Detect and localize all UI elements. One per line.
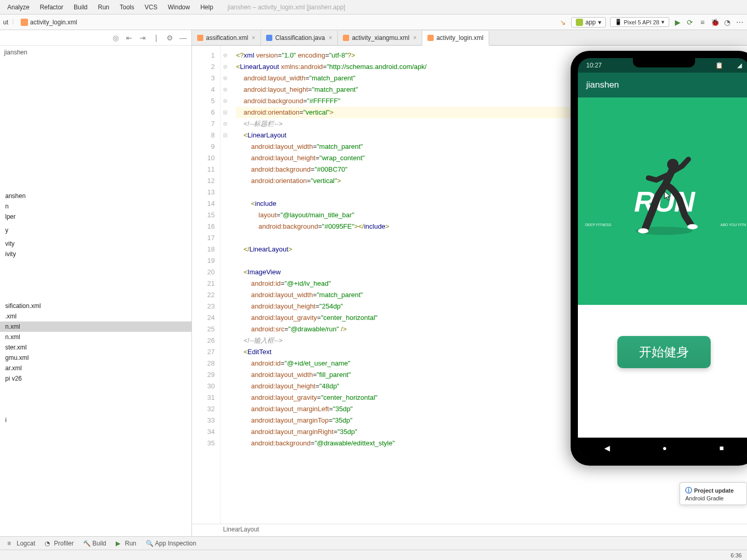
run-config-label: app	[585, 19, 596, 26]
expand-icon[interactable]: ⇥	[139, 34, 147, 42]
cursor-icon	[664, 191, 671, 201]
bottom-app-inspection[interactable]: 🔍App Inspection	[146, 540, 196, 547]
collapse-icon[interactable]: ⇤	[125, 34, 133, 42]
emu-time: 10:27	[586, 62, 602, 69]
emu-app-title: jianshen	[586, 80, 619, 90]
tab[interactable]: Classification.java×	[261, 31, 338, 45]
phone-icon: 📱	[615, 19, 622, 25]
main-split: ◎ ⇤ ⇥ | ⚙ — jianshen anshen n lper y vit…	[0, 30, 747, 536]
device-notch	[633, 58, 695, 67]
tree-item[interactable]: ar.xml	[0, 363, 191, 373]
tree-item[interactable]: pi v26	[0, 373, 191, 384]
project-tree[interactable]: anshen n lper y vity ivity sification.xm…	[0, 59, 191, 536]
bottom-label: Run	[125, 540, 136, 547]
notification-popup[interactable]: ⓘProject update Android Gradle	[680, 482, 747, 505]
menu-run[interactable]: Run	[93, 2, 115, 13]
dropdown-icon: ▾	[661, 19, 665, 25]
tree-item[interactable]: .xml	[0, 311, 191, 321]
bottom-label: Build	[92, 540, 106, 547]
hero-small-left: DEEP FITNESS	[585, 223, 611, 227]
bottom-tool-bar: ≡Logcat ◔Profiler 🔨Build ▶Run 🔍App Inspe…	[0, 536, 747, 550]
close-icon[interactable]: ×	[328, 34, 332, 41]
tree-item[interactable]: i	[0, 415, 191, 425]
tree-item[interactable]: n.xml	[0, 332, 191, 342]
debug-icon[interactable]: 🐞	[711, 18, 719, 26]
run-icon[interactable]: ▶	[673, 18, 682, 26]
tree-item[interactable]: n	[0, 201, 191, 212]
tree-item[interactable]: ster.xml	[0, 342, 191, 353]
profiler-icon[interactable]: ◔	[723, 18, 731, 26]
device-label: Pixel 5 API 28	[624, 19, 660, 25]
tab-label: assification.xml	[206, 34, 248, 41]
target-icon[interactable]: ◎	[112, 34, 120, 42]
tab-label: activity_xiangmu.xml	[352, 34, 409, 41]
apply-changes-icon[interactable]: ⟳	[686, 18, 694, 26]
activity-restart-icon[interactable]: ≡	[698, 18, 707, 26]
tree-item[interactable]: anshen	[0, 191, 191, 201]
tab-label: Classification.java	[275, 34, 325, 41]
logcat-icon: ≡	[7, 540, 15, 547]
nav-toolbar: ut 〉 activity_login.xml ↘ app ▾ 📱 Pixel …	[0, 15, 747, 30]
close-icon[interactable]: ×	[252, 34, 255, 41]
menu-build[interactable]: Build	[68, 2, 93, 13]
menu-window[interactable]: Window	[162, 2, 195, 13]
notif-body: Android Gradle	[685, 495, 741, 501]
sync-icon[interactable]: ↘	[559, 18, 567, 26]
editor-breadcrumb[interactable]: LinearLayout	[192, 524, 747, 536]
tab-active[interactable]: activity_login.xml	[422, 31, 489, 46]
tab-label: activity_login.xml	[436, 34, 483, 41]
start-fitness-button[interactable]: 开始健身	[617, 336, 711, 368]
more-icon[interactable]: ⋯	[736, 18, 744, 26]
bottom-label: Logcat	[17, 540, 35, 547]
svg-point-3	[687, 224, 698, 229]
status-bar: 6:36	[0, 550, 747, 560]
minimize-icon[interactable]: —	[179, 34, 187, 42]
java-file-icon	[266, 35, 272, 41]
breadcrumb-seg[interactable]: ut	[3, 19, 8, 26]
menu-bar: Analyze Refactor Build Run Tools VCS Win…	[0, 0, 747, 15]
menu-help[interactable]: Help	[195, 2, 218, 13]
project-toolbar: ◎ ⇤ ⇥ | ⚙ —	[0, 30, 191, 46]
status-time: 6:36	[731, 552, 742, 558]
bottom-profiler[interactable]: ◔Profiler	[45, 540, 74, 547]
hammer-icon: 🔨	[83, 540, 90, 547]
tree-item[interactable]: y	[0, 225, 191, 235]
editor-tabs: assification.xml× Classification.java× a…	[192, 30, 747, 46]
tree-item-selected[interactable]: n.xml	[0, 321, 191, 332]
menu-tools[interactable]: Tools	[115, 2, 140, 13]
menu-analyze[interactable]: Analyze	[2, 2, 35, 13]
emu-back-icon[interactable]: ◀	[604, 444, 610, 452]
bottom-label: Profiler	[54, 540, 74, 547]
line-gutter: 1234567891011121314151617181920212223242…	[192, 46, 220, 524]
bottom-build[interactable]: 🔨Build	[83, 540, 106, 547]
tab[interactable]: assification.xml×	[192, 31, 261, 45]
emu-recent-icon[interactable]: ■	[720, 444, 724, 452]
menu-vcs[interactable]: VCS	[140, 2, 163, 13]
emu-hero-image: DEEP FITNESS RUN ABO YOU FITN	[578, 97, 747, 305]
fold-column[interactable]: ⊖⊖⊖⊖⊖⊟⊖⊟	[220, 46, 230, 524]
close-icon[interactable]: ×	[413, 34, 417, 41]
dropdown-icon: ▾	[598, 19, 601, 26]
emulator-screen[interactable]: 10:27 📋 ◢ jianshen DEEP FITNESS RUN	[578, 58, 747, 458]
emulator-device[interactable]: 10:27 📋 ◢ jianshen DEEP FITNESS RUN	[571, 51, 747, 466]
tree-item[interactable]: gmu.xml	[0, 353, 191, 363]
divider: |	[152, 34, 160, 42]
bottom-run[interactable]: ▶Run	[116, 540, 136, 547]
breadcrumb-file[interactable]: activity_login.xml	[30, 19, 77, 26]
info-icon: ⓘ	[685, 486, 692, 495]
breadcrumb-sep: 〉	[11, 18, 18, 26]
emu-home-icon[interactable]: ●	[662, 444, 667, 452]
tab[interactable]: activity_xiangmu.xml×	[338, 31, 422, 45]
tree-item[interactable]: lper	[0, 212, 191, 222]
tree-item[interactable]: sification.xml	[0, 301, 191, 311]
xml-file-icon	[427, 35, 434, 41]
run-config-selector[interactable]: app ▾	[571, 17, 605, 27]
tree-item[interactable]: vity	[0, 239, 191, 249]
tree-item[interactable]: ivity	[0, 249, 191, 259]
menu-refactor[interactable]: Refactor	[35, 2, 68, 13]
project-root-label[interactable]: jianshen	[0, 46, 191, 59]
device-selector[interactable]: 📱 Pixel 5 API 28 ▾	[610, 17, 670, 27]
gear-icon[interactable]: ⚙	[165, 34, 174, 42]
bottom-logcat[interactable]: ≡Logcat	[7, 540, 35, 547]
emu-status-icons: 📋 ◢	[715, 62, 742, 69]
